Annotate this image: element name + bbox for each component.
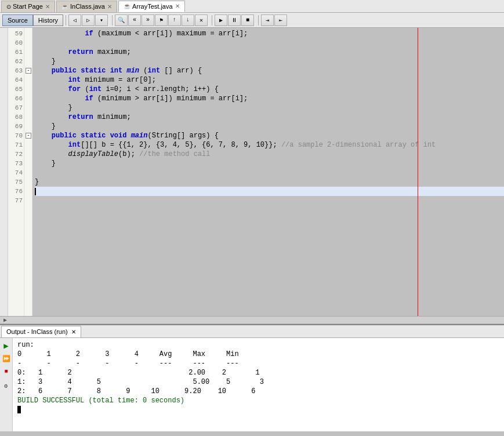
- output-tab-bar: Output - InClass (run) ✕: [0, 325, 504, 338]
- code-line-66: if (minimum > arr[i]) minimum = arr[i];: [35, 94, 504, 103]
- fold-box-70[interactable]: -: [26, 133, 31, 139]
- tab-inclass-label: InClass.java: [70, 3, 105, 10]
- code-line-75: }: [35, 177, 504, 187]
- code-line-64: int minimum = arr[0];: [35, 75, 504, 85]
- next-occurrence-button[interactable]: »: [142, 14, 154, 26]
- output-stop-button[interactable]: ■: [1, 366, 12, 376]
- code-line-74: [35, 168, 504, 177]
- output-run-button[interactable]: ▶: [1, 340, 12, 351]
- tab-arraytest[interactable]: ☕ ArrayTest.java ✕: [118, 1, 185, 12]
- separator-4: [258, 15, 259, 26]
- code-line-61: return maximum;: [35, 48, 504, 57]
- left-gutter: [0, 28, 8, 316]
- output-cursor: [17, 406, 21, 413]
- output-line-run: run:: [17, 340, 499, 350]
- output-text-area: run: 0 1 2 3 4 Avg Max Min - - - - - ---…: [13, 338, 504, 431]
- output-container: Output - InClass (run) ✕ ▶ ⏩ ■ ⚙ run: 0 …: [0, 324, 504, 431]
- collapse-arrow-icon: ▶: [3, 317, 7, 324]
- stop-button[interactable]: ■: [241, 14, 254, 26]
- tab-start-page[interactable]: ⊙ Start Page ✕: [1, 1, 55, 12]
- toggle-bookmark-button[interactable]: ⚑: [155, 14, 168, 26]
- source-button[interactable]: Source: [2, 14, 33, 26]
- collapse-divider[interactable]: ▶: [0, 316, 504, 324]
- prev-occurrence-button[interactable]: «: [128, 14, 141, 26]
- tab-inclass[interactable]: ☕ InClass.java ✕: [56, 1, 117, 12]
- fold-box-63[interactable]: -: [26, 68, 31, 74]
- output-line-row0: 0: 1 2 2.00 2 1: [17, 368, 499, 377]
- code-line-60: [35, 38, 504, 48]
- editor-area: 59 60 61 62 63 64 65 66 67 68 69 70 71 7…: [0, 28, 504, 316]
- debug-button[interactable]: ⏸: [228, 14, 241, 26]
- code-line-67: }: [35, 103, 504, 112]
- separator-1: [66, 15, 66, 26]
- output-tab-close[interactable]: ✕: [71, 329, 76, 335]
- zoom-out-button[interactable]: 🔍: [115, 14, 128, 26]
- start-page-icon: ⊙: [6, 3, 11, 10]
- inclass-icon: ☕: [61, 3, 68, 10]
- history-button[interactable]: History: [33, 14, 63, 26]
- output-settings-button[interactable]: ⚙: [1, 381, 12, 391]
- tab-inclass-close[interactable]: ✕: [107, 3, 112, 10]
- prev-bookmark-button[interactable]: ↑: [168, 14, 181, 26]
- output-rerun-button[interactable]: ⏩: [1, 353, 12, 364]
- line-number-column: 59 60 61 62 63 64 65 66 67 68 69 70 71 7…: [8, 28, 24, 316]
- back-button[interactable]: ◁: [68, 14, 81, 26]
- code-line-72: displayTable(b); //the method call: [35, 150, 504, 159]
- tab-arraytest-close[interactable]: ✕: [175, 3, 180, 9]
- code-line-63: public static int min (int [] arr) {: [35, 66, 504, 75]
- tab-start-page-label: Start Page: [13, 3, 43, 10]
- tab-bar: ⊙ Start Page ✕ ☕ InClass.java ✕ ☕ ArrayT…: [0, 0, 504, 13]
- toolbar-group-4: ⇥ ⇤: [261, 14, 288, 26]
- run-button[interactable]: ▶: [215, 14, 227, 26]
- next-bookmark-button[interactable]: ↓: [182, 14, 194, 26]
- code-line-59: if (maximum < arr[i]) maximum = arr[i];: [35, 29, 504, 38]
- code-line-77: [35, 196, 504, 205]
- output-line-dashes: - - - - - --- --- ---: [17, 359, 499, 368]
- output-panel: ▶ ⏩ ■ ⚙ run: 0 1 2 3 4 Avg Max Min - - -…: [0, 338, 504, 431]
- code-line-70: public static void main(String[] args) {: [35, 131, 504, 140]
- code-line-69: }: [35, 122, 504, 131]
- code-line-73: }: [35, 159, 504, 168]
- forward-button[interactable]: ▷: [82, 14, 95, 26]
- code-line-68: return minimum;: [35, 112, 504, 122]
- toolbar-group-2: 🔍 « » ⚑ ↑ ↓ ✕: [115, 14, 208, 26]
- code-line-76: [35, 187, 504, 196]
- code-editor[interactable]: if (maximum < arr[i]) maximum = arr[i]; …: [32, 28, 504, 316]
- indent-button[interactable]: ⇥: [261, 14, 274, 26]
- toolbar-group-1: ◁ ▷ ▾: [68, 14, 108, 26]
- clear-bookmark-button[interactable]: ✕: [195, 14, 208, 26]
- toolbar-group-3: ▶ ⏸ ■: [215, 14, 255, 26]
- separator-3: [212, 15, 212, 26]
- code-line-71: int[][] b = {{1, 2}, {3, 4, 5}, {6, 7, 8…: [35, 140, 504, 150]
- output-tab-label: Output - InClass (run): [6, 328, 68, 335]
- outdent-button[interactable]: ⇤: [274, 14, 287, 26]
- output-line-success: BUILD SUCCESSFUL (total time: 0 seconds): [17, 396, 499, 405]
- tab-start-page-close[interactable]: ✕: [45, 3, 50, 10]
- separator-2: [112, 15, 113, 26]
- output-tab[interactable]: Output - InClass (run) ✕: [1, 326, 81, 337]
- tab-arraytest-label: ArrayTest.java: [132, 3, 173, 10]
- output-line-row2: 2: 6 7 8 9 10 9.20 10 6: [17, 387, 499, 396]
- fold-indicator-column: - -: [24, 28, 32, 316]
- output-sidebar: ▶ ⏩ ■ ⚙: [0, 338, 13, 431]
- history-list-button[interactable]: ▾: [95, 14, 108, 26]
- output-line-header: 0 1 2 3 4 Avg Max Min: [17, 350, 499, 359]
- code-line-62: }: [35, 57, 504, 66]
- source-toolbar: Source History ◁ ▷ ▾ 🔍 « » ⚑ ↑ ↓ ✕ ▶ ⏸ ■…: [0, 13, 504, 28]
- output-line-row1: 1: 3 4 5 5.00 5 3: [17, 377, 499, 387]
- arraytest-icon: ☕: [124, 3, 130, 9]
- output-cursor-line: [17, 405, 499, 415]
- code-line-65: for (int i=0; i < arr.length; i++) {: [35, 85, 504, 94]
